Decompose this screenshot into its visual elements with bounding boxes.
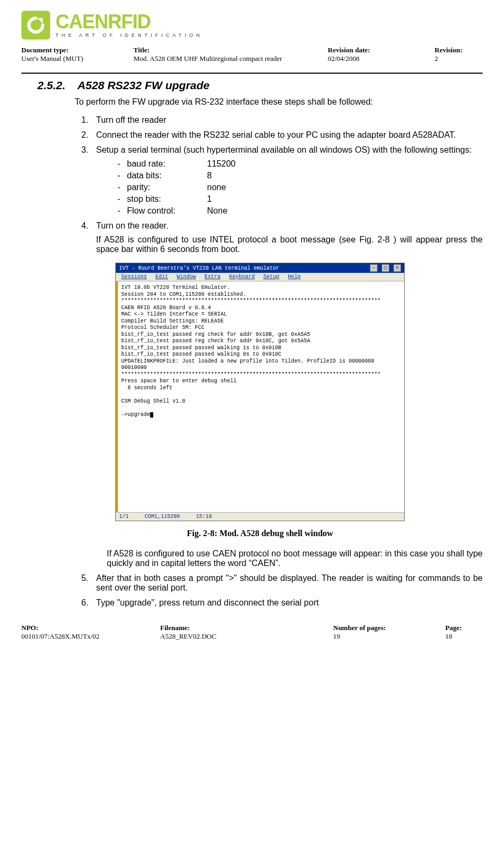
filename-value: A528_REV02.DOC — [160, 632, 312, 641]
step-4-a: Turn on the reader. — [96, 221, 169, 230]
terminal-title: IVT - Ruurd Beerstra's VT220 LAN termina… — [119, 265, 279, 271]
pages-label: Number of pages: — [333, 624, 424, 632]
menu-help[interactable]: Help — [288, 274, 301, 280]
menu-keyboard[interactable]: Keyboard — [229, 274, 255, 280]
databits-label: data bits: — [127, 171, 207, 180]
terminal-titlebar: IVT - Ruurd Beerstra's VT220 LAN termina… — [116, 263, 404, 273]
terminal-body[interactable]: IVT 19.0b VT220 Terminal Emulator. Sessi… — [116, 281, 404, 512]
page-value: 18 — [445, 632, 483, 641]
stopbits-value: 1 — [207, 194, 212, 203]
logo-subtitle: THE ART OF IDENTIFICATION — [56, 33, 203, 38]
step-3: Setup a serial terminal (such hypertermi… — [91, 145, 483, 216]
footer-meta: NPO: 00101/07:A528X.MUTx/02 Filename: A5… — [21, 624, 483, 641]
page-label: Page: — [445, 624, 483, 632]
status-session: 1/1 — [119, 514, 129, 520]
menu-extra[interactable]: Extra — [204, 274, 220, 280]
menu-setup[interactable]: Setup — [263, 274, 279, 280]
pages-value: 19 — [333, 632, 424, 641]
close-icon[interactable]: × — [393, 264, 401, 272]
step-5: After that in both cases a prompt ">" sh… — [91, 573, 483, 593]
section-heading: 2.5.2. A528 RS232 FW upgrade — [37, 79, 483, 92]
step-6: Type "upgrade", press return and disconn… — [91, 598, 483, 608]
parity-value: none — [207, 183, 226, 192]
step-list: Turn off the reader Connect the reader w… — [91, 115, 483, 254]
title-label: Title: — [133, 46, 306, 54]
section-number: 2.5.2. — [37, 79, 66, 91]
rev-date-value: 02/04/2008 — [328, 54, 413, 63]
after-fig-text: If A528 is configured to use CAEN protoc… — [107, 549, 483, 568]
figure-caption: Fig. 2-8: Mod. A528 debug shell window — [37, 529, 483, 538]
rev-label: Revision: — [435, 46, 483, 54]
terminal-menubar: Sessions Edit Window Extra Keyboard Setu… — [116, 273, 404, 281]
doc-type-label: Document type: — [21, 46, 112, 54]
npo-label: NPO: — [21, 624, 139, 632]
rev-date-label: Revision date: — [328, 46, 413, 54]
divider — [21, 73, 483, 74]
maximize-icon[interactable]: ▢ — [382, 264, 389, 272]
step-4-b: If A528 is configured to use INTEL proto… — [96, 235, 483, 254]
logo-text: CAENRFID — [56, 12, 203, 32]
terminal-status: 1/1 COM1,115200 15:18 — [116, 512, 404, 521]
section-title: A528 RS232 FW upgrade — [77, 79, 209, 91]
menu-edit[interactable]: Edit — [155, 274, 168, 280]
step-2: Connect the reader with the RS232 serial… — [91, 130, 483, 140]
step-1: Turn off the reader — [91, 115, 483, 125]
baud-value: 115200 — [207, 159, 235, 168]
header-meta: Document type: User's Manual (MUT) Title… — [21, 46, 483, 63]
stopbits-label: stop bits: — [127, 194, 207, 204]
npo-value: 00101/07:A528X.MUTx/02 — [21, 632, 139, 641]
menu-window[interactable]: Window — [177, 274, 196, 280]
status-port: COM1,115200 — [145, 514, 180, 520]
rev-value: 2 — [435, 54, 483, 63]
minimize-icon[interactable]: – — [370, 264, 377, 272]
step-list-cont: After that in both cases a prompt ">" sh… — [91, 573, 483, 608]
title-value: Mod. A528 OEM UHF Multiregional compact … — [133, 54, 306, 63]
terminal-window: IVT - Ruurd Beerstra's VT220 LAN termina… — [115, 263, 405, 521]
logo: CAENRFID THE ART OF IDENTIFICATION — [21, 11, 483, 40]
settings-list: baud rate:115200 data bits:8 parity:none… — [96, 159, 483, 216]
step-4: Turn on the reader. If A528 is configure… — [91, 221, 483, 254]
databits-value: 8 — [207, 171, 212, 180]
baud-label: baud rate: — [127, 159, 207, 169]
filename-label: Filename: — [160, 624, 312, 632]
logo-icon — [21, 11, 50, 40]
parity-label: parity: — [127, 183, 207, 192]
doc-type-value: User's Manual (MUT) — [21, 54, 112, 63]
intro-text: To perform the FW upgrade via RS-232 int… — [75, 97, 483, 107]
flow-label: Flow control: — [127, 206, 207, 216]
menu-sessions[interactable]: Sessions — [121, 274, 147, 280]
status-time: 15:18 — [196, 514, 212, 520]
step-3-text: Setup a serial terminal (such hypertermi… — [96, 145, 471, 154]
cursor-icon — [150, 412, 153, 418]
terminal-output: IVT 19.0b VT220 Terminal Emulator. Sessi… — [121, 285, 381, 418]
flow-value: None — [207, 206, 227, 215]
